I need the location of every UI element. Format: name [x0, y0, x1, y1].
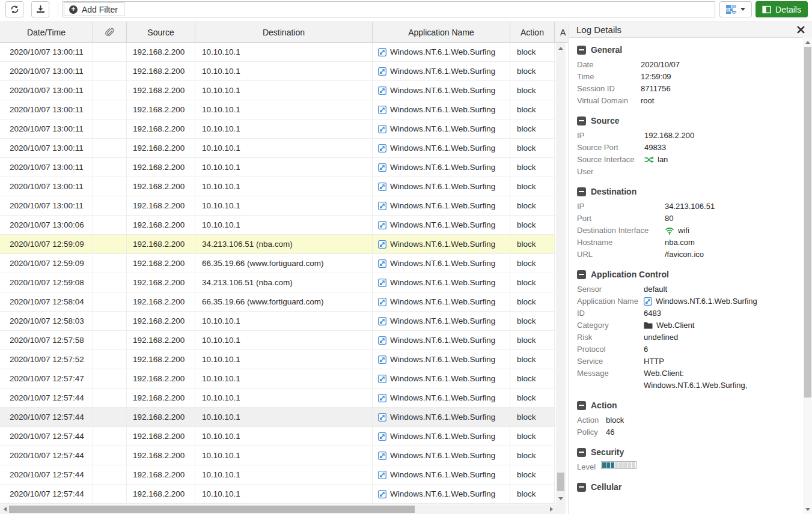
log-row[interactable]: 2020/10/07 13:00:11 192.168.2.200 10.10.… [0, 62, 555, 81]
log-row[interactable]: 2020/10/07 12:57:44 192.168.2.200 10.10.… [0, 485, 555, 504]
details-vertical-scroll-thumb[interactable] [804, 47, 811, 398]
section-header[interactable]: Security [577, 447, 797, 457]
collapse-icon[interactable] [577, 270, 586, 279]
cell-action: block [510, 119, 555, 138]
cell-source: 192.168.2.200 [127, 235, 195, 253]
log-row[interactable]: 2020/10/07 12:57:52 192.168.2.200 10.10.… [0, 350, 555, 369]
collapse-icon[interactable] [577, 187, 586, 196]
log-row[interactable]: 2020/10/07 12:59:09 192.168.2.200 34.213… [0, 235, 555, 254]
scroll-down-arrow[interactable] [556, 494, 566, 503]
log-row[interactable]: 2020/10/07 12:58:04 192.168.2.200 66.35.… [0, 292, 555, 312]
column-header-datetime[interactable]: Date/Time [0, 22, 93, 42]
detail-field: Destination Interface wifi [577, 225, 797, 237]
log-row[interactable]: 2020/10/07 13:00:11 192.168.2.200 10.10.… [0, 177, 555, 196]
log-row[interactable]: 2020/10/07 13:00:11 192.168.2.200 10.10.… [0, 119, 555, 139]
column-header-attachment[interactable] [93, 22, 127, 42]
cell-datetime: 2020/10/07 12:59:08 [0, 273, 93, 292]
section-header[interactable]: Action [577, 401, 797, 410]
cell-datetime: 2020/10/07 13:00:11 [0, 43, 93, 61]
detail-field-value: Web.Client: Windows.NT.6.1.Web.Surfing, [644, 367, 777, 392]
collapse-icon[interactable] [577, 401, 586, 410]
detail-field-label: Policy [577, 426, 606, 438]
cell-destination: 10.10.10.1 [195, 427, 373, 446]
details-toggle-button[interactable]: Details [756, 1, 808, 17]
column-header-destination[interactable]: Destination [195, 22, 373, 42]
cell-source: 192.168.2.200 [127, 158, 195, 177]
log-row[interactable]: 2020/10/07 13:00:06 192.168.2.200 10.10.… [0, 216, 555, 235]
cell-attachment [93, 158, 127, 177]
detail-field-label: Source Port [577, 142, 644, 154]
column-header-clipped[interactable]: A [555, 22, 568, 42]
scroll-up-arrow[interactable] [556, 44, 566, 53]
log-row[interactable]: 2020/10/07 12:57:58 192.168.2.200 10.10.… [0, 331, 555, 350]
log-row[interactable]: 2020/10/07 12:57:44 192.168.2.200 10.10.… [0, 408, 555, 427]
table-vertical-scrollbar[interactable] [556, 43, 566, 504]
log-view-icon [726, 4, 737, 14]
refresh-button[interactable] [5, 1, 23, 17]
application-icon [378, 490, 386, 498]
scroll-left-arrow[interactable] [1, 504, 9, 514]
log-rows: 2020/10/07 13:00:11 192.168.2.200 10.10.… [0, 43, 555, 504]
collapse-icon[interactable] [577, 483, 586, 492]
detail-field-value: 12:59:09 [641, 71, 671, 83]
plus-icon: + [69, 5, 78, 14]
section-header[interactable]: Application Control [577, 270, 797, 279]
section-header[interactable]: General [577, 45, 797, 55]
cell-destination: 10.10.10.1 [195, 196, 373, 215]
cell-application-name: Windows.NT.6.1.Web.Surfing [373, 292, 510, 311]
log-row[interactable]: 2020/10/07 13:00:11 192.168.2.200 10.10.… [0, 158, 555, 177]
log-row[interactable]: 2020/10/07 12:57:44 192.168.2.200 10.10.… [0, 465, 555, 485]
details-scroll-up-arrow[interactable] [803, 38, 812, 46]
column-header-action[interactable]: Action [510, 22, 555, 42]
details-vertical-scrollbar[interactable] [803, 37, 812, 514]
details-scroll-down-arrow[interactable] [803, 505, 812, 513]
log-row[interactable]: 2020/10/07 12:57:44 192.168.2.200 10.10.… [0, 427, 555, 446]
filter-bar[interactable]: + Add Filter [63, 1, 715, 17]
log-row[interactable]: 2020/10/07 13:00:11 192.168.2.200 10.10.… [0, 81, 555, 100]
download-button[interactable] [31, 1, 49, 17]
cell-datetime: 2020/10/07 12:57:44 [0, 465, 93, 484]
detail-field-value: nba.com [665, 237, 695, 249]
log-row[interactable]: 2020/10/07 13:00:11 192.168.2.200 10.10.… [0, 139, 555, 158]
section-header[interactable]: Source [577, 116, 797, 125]
cell-datetime: 2020/10/07 13:00:11 [0, 177, 93, 196]
cell-destination: 66.35.19.66 (www.fortiguard.com) [195, 254, 373, 273]
column-header-application-name[interactable]: Application Name [373, 22, 510, 42]
table-vertical-scroll-thumb[interactable] [557, 473, 564, 491]
log-row[interactable]: 2020/10/07 12:57:47 192.168.2.200 10.10.… [0, 369, 555, 389]
section-header[interactable]: Destination [577, 187, 797, 196]
column-header-source[interactable]: Source [127, 22, 195, 42]
log-row[interactable]: 2020/10/07 12:57:44 192.168.2.200 10.10.… [0, 446, 555, 465]
add-filter-button[interactable]: + Add Filter [64, 2, 124, 16]
log-row[interactable]: 2020/10/07 13:00:11 192.168.2.200 10.10.… [0, 100, 555, 119]
cell-datetime: 2020/10/07 13:00:06 [0, 216, 93, 234]
log-row[interactable]: 2020/10/07 13:00:11 192.168.2.200 10.10.… [0, 43, 555, 62]
application-icon [378, 298, 386, 306]
application-icon [378, 375, 386, 383]
log-row[interactable]: 2020/10/07 12:57:44 192.168.2.200 10.10.… [0, 389, 555, 408]
cell-datetime: 2020/10/07 13:00:11 [0, 158, 93, 177]
log-view-dropdown-button[interactable] [719, 1, 752, 17]
collapse-icon[interactable] [577, 448, 586, 457]
table-horizontal-scroll-thumb[interactable] [9, 506, 415, 513]
section-header[interactable]: Cellular [577, 482, 797, 492]
log-row[interactable]: 2020/10/07 12:59:09 192.168.2.200 66.35.… [0, 254, 555, 273]
collapse-icon[interactable] [577, 46, 586, 55]
application-icon [378, 202, 386, 210]
application-icon [378, 394, 386, 402]
cell-action: block [510, 292, 555, 311]
application-icon [378, 106, 386, 114]
log-row[interactable]: 2020/10/07 12:58:03 192.168.2.200 10.10.… [0, 312, 555, 331]
application-icon [378, 336, 386, 345]
close-icon[interactable] [797, 26, 805, 34]
collapse-icon[interactable] [577, 116, 586, 125]
cell-source: 192.168.2.200 [127, 100, 195, 119]
application-icon [378, 183, 386, 191]
cell-datetime: 2020/10/07 12:57:52 [0, 350, 93, 369]
table-horizontal-scrollbar[interactable] [0, 504, 556, 514]
cell-action: block [510, 427, 555, 446]
log-row[interactable]: 2020/10/07 12:59:08 192.168.2.200 34.213… [0, 273, 555, 292]
scroll-right-arrow[interactable] [547, 504, 555, 514]
log-row[interactable]: 2020/10/07 13:00:11 192.168.2.200 10.10.… [0, 196, 555, 216]
cell-destination: 66.35.19.66 (www.fortiguard.com) [195, 292, 373, 311]
